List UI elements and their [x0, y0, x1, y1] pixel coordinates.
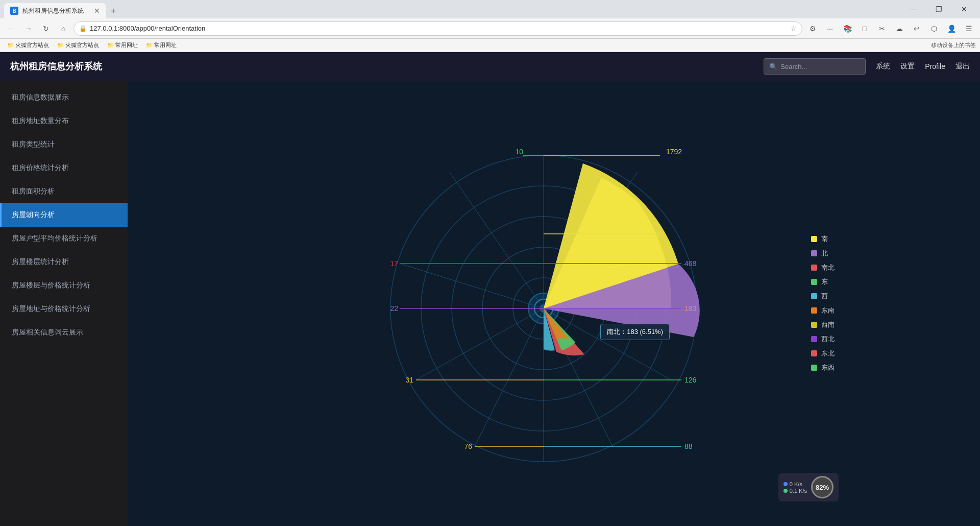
- reader-button[interactable]: □: [857, 21, 872, 36]
- menu-button[interactable]: ☰: [962, 21, 976, 36]
- folder-icon-1: 📁: [7, 42, 13, 48]
- header-search[interactable]: 🔍: [764, 58, 866, 75]
- bookmark-2[interactable]: 📁 火狐官方站点: [54, 40, 102, 50]
- legend-label-1: 北: [821, 249, 828, 258]
- main-content: 10 1792 17 468 22 183 31: [128, 81, 980, 526]
- speed-text: 0 K/s 0.1 K/s: [783, 481, 807, 494]
- svg-text:183: 183: [684, 304, 697, 313]
- legend-item-6: 西南: [811, 320, 835, 329]
- url-text: 127.0.0.1:8000/app00/rentalOrientation: [90, 25, 788, 32]
- nav-profile[interactable]: Profile: [925, 60, 945, 73]
- svg-text:31: 31: [405, 376, 413, 384]
- svg-text:22: 22: [390, 304, 398, 313]
- folder-icon-2: 📁: [57, 42, 63, 48]
- speed-indicator: 0 K/s 0.1 K/s 82%: [778, 473, 839, 501]
- svg-text:468: 468: [684, 259, 697, 268]
- folder-icon-4: 📁: [146, 42, 152, 48]
- back-btn2[interactable]: ↩: [910, 21, 924, 36]
- download-speed: 0 K/s: [790, 481, 802, 487]
- profile-button[interactable]: 👤: [944, 21, 959, 36]
- extensions-button[interactable]: ⚙: [805, 21, 820, 36]
- bookmark-star-icon[interactable]: ☆: [791, 25, 797, 32]
- bookmark-label-1: 火狐官方站点: [15, 41, 49, 49]
- sidebar-item-1[interactable]: 租房地址数量分布: [0, 109, 128, 133]
- polar-chart-svg: 10 1792 17 468 22 183 31: [324, 109, 783, 497]
- back-button[interactable]: ←: [4, 21, 18, 36]
- legend-label-7: 西北: [821, 334, 835, 344]
- legend-item-4: 西: [811, 292, 835, 301]
- bookmark-4[interactable]: 📁 常用网址: [143, 40, 180, 50]
- nav-logout[interactable]: 退出: [955, 60, 970, 73]
- bookmark-label-4: 常用网址: [154, 41, 177, 49]
- folder-icon-3: 📁: [107, 42, 113, 48]
- legend-color-2: [811, 265, 817, 271]
- sidebar-item-9[interactable]: 房屋地址与价格统计分析: [0, 297, 128, 321]
- legend-item-1: 北: [811, 249, 835, 258]
- forward-button[interactable]: →: [21, 21, 36, 36]
- sidebar-item-4[interactable]: 租房面积分析: [0, 180, 128, 203]
- sync-button[interactable]: ☁: [892, 21, 906, 36]
- browser-tab-active[interactable]: B 杭州租房信息分析系统 ✕: [4, 3, 106, 18]
- svg-line-15: [416, 308, 544, 380]
- maximize-button[interactable]: ❐: [927, 2, 950, 17]
- speed-percent-circle: 82%: [811, 476, 834, 498]
- search-icon: 🔍: [769, 63, 777, 70]
- home-button[interactable]: ⌂: [56, 21, 70, 36]
- sidebar-button[interactable]: 📚: [840, 21, 854, 36]
- browser-navbar: ← → ↻ ⌂ 🔒 127.0.0.1:8000/app00/rentalOri…: [0, 18, 980, 39]
- sidebar-item-6[interactable]: 房屋户型平均价格统计分析: [0, 227, 128, 250]
- legend-item-0: 南: [811, 234, 835, 244]
- legend-item-5: 东南: [811, 306, 835, 315]
- screenshot-button[interactable]: ✂: [875, 21, 889, 36]
- more-button[interactable]: ···: [823, 21, 837, 36]
- tab-favicon: B: [10, 7, 18, 15]
- download-dot: [783, 482, 788, 486]
- tab-close-button[interactable]: ✕: [94, 7, 100, 15]
- bookmark-label-3: 常用网址: [115, 41, 138, 49]
- reload-button[interactable]: ↻: [39, 21, 53, 36]
- legend-item-2: 南北: [811, 263, 835, 272]
- new-tab-button[interactable]: +: [106, 4, 120, 18]
- browser-tabs: B 杭州租房信息分析系统 ✕ +: [4, 0, 901, 18]
- legend-label-9: 东西: [821, 363, 835, 372]
- legend-label-2: 南北: [821, 263, 835, 272]
- app-header: 杭州租房信息分析系统 🔍 系统 设置 Profile 退出: [0, 52, 980, 81]
- legend-label-6: 西南: [821, 320, 835, 329]
- bookmark-1[interactable]: 📁 火狐官方站点: [4, 40, 52, 50]
- svg-text:76: 76: [464, 442, 472, 450]
- sidebar-item-0[interactable]: 租房信息数据展示: [0, 86, 128, 109]
- close-button[interactable]: ✕: [952, 2, 976, 17]
- nav-system[interactable]: 系统: [876, 60, 890, 73]
- sidebar-item-2[interactable]: 租房类型统计: [0, 133, 128, 156]
- bookmark-3[interactable]: 📁 常用网址: [104, 40, 141, 50]
- secure-icon: 🔒: [79, 25, 87, 32]
- sidebar-item-3[interactable]: 租房价格统计分析: [0, 156, 128, 180]
- upload-speed: 0.1 K/s: [790, 488, 807, 494]
- legend-item-9: 东西: [811, 363, 835, 372]
- browser-window: B 杭州租房信息分析系统 ✕ + — ❐ ✕ ← → ↻ ⌂ 🔒 127.0.0…: [0, 0, 980, 526]
- svg-line-14: [475, 308, 544, 446]
- nav-extras: ⚙ ··· 📚 □ ✂ ☁ ↩ ⬡ 👤 ☰: [805, 21, 976, 36]
- chart-legend: 南 北 南北 东: [811, 234, 835, 372]
- address-bar[interactable]: 🔒 127.0.0.1:8000/app00/rentalOrientation…: [74, 21, 802, 36]
- sidebar-item-8[interactable]: 房屋楼层与价格统计分析: [0, 274, 128, 297]
- legend-color-0: [811, 236, 817, 242]
- legend-color-1: [811, 250, 817, 256]
- sidebar-item-7[interactable]: 房屋楼层统计分析: [0, 250, 128, 274]
- app-body: 租房信息数据展示 租房地址数量分布 租房类型统计 租房价格统计分析 租房面积分析…: [0, 81, 980, 526]
- svg-text:126: 126: [684, 376, 697, 384]
- mobile-bookmarks: 移动设备上的书签: [931, 41, 976, 49]
- sidebar: 租房信息数据展示 租房地址数量分布 租房类型统计 租房价格统计分析 租房面积分析…: [0, 81, 128, 526]
- pocket-button[interactable]: ⬡: [927, 21, 941, 36]
- svg-text:17: 17: [390, 259, 398, 268]
- nav-settings[interactable]: 设置: [900, 60, 915, 73]
- svg-text:1792: 1792: [666, 148, 682, 156]
- svg-line-17: [450, 172, 544, 308]
- sidebar-item-5[interactable]: 房屋朝向分析: [0, 203, 128, 227]
- chart-container: 10 1792 17 468 22 183 31: [263, 99, 845, 508]
- minimize-button[interactable]: —: [901, 2, 925, 17]
- sidebar-item-10[interactable]: 房屋相关信息词云展示: [0, 321, 128, 344]
- legend-label-5: 东南: [821, 306, 835, 315]
- search-input[interactable]: [780, 63, 857, 70]
- legend-color-6: [811, 322, 817, 328]
